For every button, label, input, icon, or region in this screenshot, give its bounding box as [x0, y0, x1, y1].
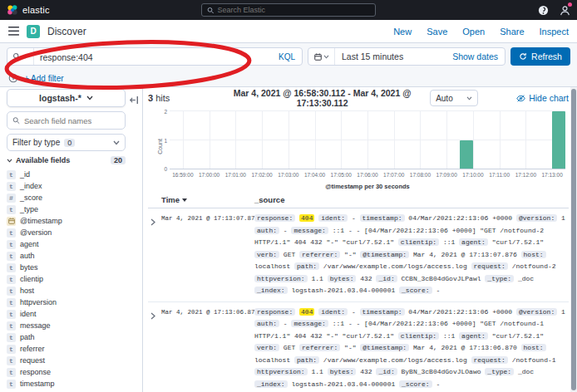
- field-value: -: [352, 308, 356, 316]
- filter-by-type-select[interactable]: Filter by type 0: [7, 134, 126, 151]
- scrollbar-thumb[interactable]: [571, 89, 576, 390]
- nav-action-share[interactable]: Share: [500, 27, 524, 37]
- field-name: @timestamp: [20, 217, 62, 225]
- x-tick-label: 17:05:00: [331, 172, 352, 178]
- field-value: 04/Mar/2021:22:13:06 +0000: [408, 214, 512, 222]
- nav-action-inspect[interactable]: Inspect: [540, 27, 569, 37]
- field-type-icon: t: [7, 333, 16, 342]
- field-value: localhost: [254, 356, 290, 364]
- field-badge: path:: [294, 262, 319, 270]
- available-fields-header[interactable]: Available fields 20: [7, 156, 126, 164]
- field-item-timestamp[interactable]: ttimestamp: [7, 378, 126, 390]
- global-search[interactable]: [201, 3, 376, 17]
- time-column-label: Time: [161, 195, 180, 204]
- field-badge: auth:: [254, 320, 279, 327]
- field-item-clientip[interactable]: tclientip: [7, 273, 126, 285]
- x-tick-label: 16:59:00: [172, 172, 193, 178]
- x-tick-label: 17:11:00: [489, 172, 510, 178]
- field-item-_index[interactable]: t_index: [7, 180, 126, 192]
- field-item-path[interactable]: tpath: [7, 331, 126, 343]
- refresh-button[interactable]: Refresh: [510, 47, 570, 66]
- chart-plot-area: 012: [170, 111, 565, 169]
- nav-action-save[interactable]: Save: [427, 27, 447, 37]
- x-tick-label: 17:12:00: [515, 172, 536, 178]
- nav-action-open[interactable]: Open: [462, 27, 485, 37]
- field-name: message: [20, 321, 51, 330]
- nav-action-new[interactable]: New: [393, 27, 412, 37]
- field-item-@version[interactable]: t@version: [7, 227, 126, 238]
- index-pattern-select[interactable]: logstash-*: [7, 89, 126, 107]
- time-range-value[interactable]: Last 15 minutes: [335, 51, 410, 61]
- field-name: response: [20, 368, 51, 376]
- histogram-bar[interactable]: [552, 111, 565, 169]
- menu-icon[interactable]: [8, 27, 19, 36]
- field-type-icon: t: [7, 298, 16, 307]
- field-name: @version: [20, 228, 52, 237]
- x-tick-label: 17:00:00: [199, 172, 219, 178]
- nav-actions: NewSaveOpenShareInspect: [393, 27, 569, 37]
- field-badge: httpversion:: [254, 368, 308, 375]
- date-picker-menu[interactable]: [308, 48, 335, 65]
- field-search[interactable]: [7, 111, 126, 130]
- filter-options-icon[interactable]: [8, 73, 18, 83]
- vertical-scrollbar[interactable]: [570, 87, 577, 392]
- help-icon[interactable]: [537, 4, 549, 16]
- hide-chart-button[interactable]: Hide chart: [516, 93, 569, 103]
- field-value: /var/www/example.com/logs/access.log: [323, 262, 467, 270]
- notification-dot: [568, 2, 572, 7]
- field-name: _type: [20, 205, 38, 213]
- field-item-_id[interactable]: t_id: [7, 169, 126, 180]
- field-value: 432: [360, 275, 372, 282]
- saved-query-menu[interactable]: [7, 48, 34, 65]
- field-type-icon: t: [7, 321, 16, 331]
- field-item-@timestamp[interactable]: @timestamp: [7, 215, 126, 227]
- x-tick-label: 17:02:00: [251, 172, 272, 178]
- hits-label: hits: [155, 93, 170, 103]
- field-name: _id: [20, 170, 30, 179]
- field-badge: ident:: [318, 308, 348, 316]
- interval-select[interactable]: Auto: [430, 90, 478, 106]
- gridline: [315, 111, 316, 169]
- field-item-httpversion[interactable]: thttpversion: [7, 296, 126, 308]
- global-search-input[interactable]: [217, 6, 370, 14]
- histogram-bar[interactable]: [460, 140, 473, 169]
- fields-list: t_idt_index#_scoret_type@timestampt@vers…: [7, 169, 126, 390]
- x-tick-label: 17:09:00: [436, 172, 457, 178]
- y-tick-label: 2: [159, 109, 167, 115]
- query-language-button[interactable]: KQL: [272, 52, 302, 61]
- field-search-input[interactable]: [24, 116, 120, 125]
- query-input[interactable]: KQL: [7, 47, 303, 66]
- field-item-agent[interactable]: tagent: [7, 238, 126, 250]
- field-item-message[interactable]: tmessage: [7, 320, 126, 331]
- expand-row-icon[interactable]: [150, 213, 161, 297]
- field-value: Mar 4, 2021 @ 17:13:06.870: [413, 344, 517, 351]
- sort-desc-icon: [182, 198, 187, 202]
- field-badge: verb:: [254, 344, 279, 351]
- discover-app-badge[interactable]: D: [27, 25, 40, 38]
- column-header-time[interactable]: Time: [161, 195, 254, 204]
- field-item-response[interactable]: tresponse: [7, 366, 126, 378]
- field-item-ident[interactable]: tident: [7, 308, 126, 320]
- field-type-icon: t: [7, 310, 16, 319]
- field-item-_type[interactable]: t_type: [7, 203, 126, 215]
- field-item-auth[interactable]: tauth: [7, 250, 126, 262]
- field-item-bytes[interactable]: tbytes: [7, 262, 126, 273]
- field-badge: response:: [254, 308, 295, 316]
- collapse-sidebar-icon[interactable]: [130, 92, 139, 107]
- user-avatar[interactable]: [559, 4, 570, 16]
- field-item-referrer[interactable]: treferrer: [7, 343, 126, 355]
- query-bar: KQL Last 15 minutes Show dates: [0, 43, 577, 70]
- field-item-_score[interactable]: #_score: [7, 192, 126, 203]
- elastic-logo[interactable]: elastic: [7, 4, 50, 16]
- field-name: auth: [20, 252, 35, 260]
- field-item-request[interactable]: trequest: [7, 355, 126, 366]
- field-type-icon: t: [7, 240, 16, 249]
- field-type-icon: [7, 217, 16, 226]
- interval-value: Auto: [436, 94, 453, 103]
- query-text-input[interactable]: [40, 52, 266, 62]
- expand-row-icon[interactable]: [150, 306, 161, 391]
- show-dates-button[interactable]: Show dates: [452, 51, 505, 61]
- add-filter-button[interactable]: + Add filter: [24, 74, 64, 83]
- field-item-host[interactable]: thost: [7, 285, 126, 296]
- field-value: GET: [284, 344, 295, 351]
